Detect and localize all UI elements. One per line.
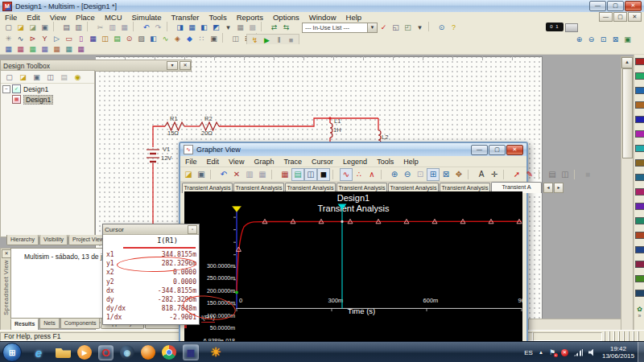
agilent-scope-icon[interactable] — [635, 290, 644, 297]
menu-item[interactable]: MCU — [100, 13, 127, 22]
start-button[interactable]: ⊞ — [2, 343, 22, 362]
close-file-icon[interactable]: ◫ — [43, 72, 57, 83]
inductor-l1[interactable] — [330, 123, 332, 138]
transfer-back-icon[interactable]: ⇆ — [280, 22, 292, 33]
show-legend-icon[interactable]: ◫ — [304, 168, 317, 181]
properties-icon[interactable]: ▤ — [291, 168, 304, 181]
menu-item[interactable]: Simulate — [127, 13, 167, 22]
four-channel-scope-icon[interactable] — [635, 116, 644, 123]
place-analog-icon[interactable]: ▷ — [51, 33, 63, 44]
grapher-menu-item[interactable]: Tools — [372, 158, 398, 166]
annotate-shape-icon[interactable]: ✎ — [523, 168, 536, 181]
new-file-icon[interactable]: ▢ — [2, 72, 16, 83]
scroll-thumb[interactable] — [622, 68, 633, 158]
panel-close-button[interactable]: ✕ — [180, 61, 191, 70]
place-mcu-icon[interactable]: ▣ — [208, 33, 220, 44]
open-icon[interactable]: ◪ — [14, 22, 27, 33]
menu-item[interactable]: Place — [71, 13, 100, 22]
grapher-maximize-button[interactable]: ▢ — [489, 145, 506, 155]
menu-item[interactable]: Transfer — [166, 13, 204, 22]
open-sample-icon[interactable]: ◪ — [27, 22, 39, 33]
grapher-minimize-button[interactable]: — — [471, 145, 488, 155]
trace-i-r1[interactable] — [237, 221, 522, 292]
add-text-icon[interactable]: A — [475, 168, 488, 181]
help-icon[interactable]: ? — [448, 22, 460, 33]
place-transistor-icon[interactable]: Y — [39, 33, 51, 44]
new-icon[interactable]: ▢ — [2, 22, 14, 33]
toggle-spreadsheet-icon[interactable]: ▦ — [186, 22, 198, 33]
new-page-icon[interactable]: ▤ — [546, 168, 559, 181]
grapher-menu-item[interactable]: Legend — [338, 158, 372, 166]
mdi-restore-button[interactable]: ▢ — [613, 12, 627, 22]
view-caret-icon[interactable]: ▾ — [222, 22, 234, 33]
zoom-cursor-icon[interactable]: ⊞ — [427, 168, 440, 181]
black-background-icon[interactable]: ◼ — [317, 168, 330, 181]
scroll-up-button[interactable]: ▲ — [621, 57, 633, 68]
logic-analyzer-icon[interactable] — [635, 174, 644, 181]
tab-scroll-left-button[interactable]: ◂ — [543, 183, 553, 193]
copy-page-icon[interactable]: ◫ — [559, 168, 572, 181]
main-title-bar[interactable]: M Design1 - Multisim - [Design1 *] — ▢ ✕ — [0, 0, 644, 13]
delete-icon[interactable]: ✕ — [230, 168, 243, 181]
undo-icon[interactable]: ↶ — [140, 22, 152, 33]
agilent-multimeter-icon[interactable] — [635, 275, 644, 282]
horizontal-scrollbar[interactable] — [528, 319, 621, 330]
place-basic-icon[interactable]: ∿ — [14, 33, 27, 44]
save-icon[interactable]: ▣ — [195, 168, 208, 181]
mdi-minimize-button[interactable]: — — [599, 12, 613, 22]
place-misc-icon[interactable]: ▨ — [135, 33, 147, 44]
panel-pin-button[interactable]: ▾ — [167, 61, 178, 70]
tab-hierarchy[interactable]: Hierarchy — [6, 235, 39, 245]
tab-scroll-right-button[interactable]: ▸ — [554, 183, 564, 193]
grapher-menu-item[interactable]: Graph — [249, 158, 279, 166]
cursor-1-flag[interactable] — [233, 207, 242, 212]
tree-collapse-icon[interactable]: − — [2, 85, 10, 93]
virtual-analog-family-icon[interactable]: ▦ — [51, 43, 63, 55]
media-player-icon[interactable]: ▶ — [77, 345, 92, 360]
cursor-2-flag[interactable] — [338, 204, 347, 210]
overlay-traces-icon[interactable]: ∴ — [353, 168, 365, 181]
capture-caret-icon[interactable]: ▾ — [414, 22, 426, 33]
menu-item[interactable]: Help — [341, 13, 367, 22]
copy-icon[interactable]: ▥ — [243, 168, 256, 181]
grid-properties-icon[interactable]: ▩ — [246, 22, 258, 33]
internet-explorer-icon[interactable]: e — [28, 343, 49, 361]
grapher-menu-item[interactable]: Cursor — [307, 158, 338, 166]
place-hierarchical-icon[interactable]: ◫ — [229, 33, 242, 44]
toggle-graph-icon[interactable]: ◩ — [210, 22, 222, 33]
simulation-switch[interactable]: 0 1 — [546, 23, 578, 32]
clock[interactable]: 19:42 13/06/2015 — [602, 345, 634, 360]
menu-item[interactable]: View — [45, 13, 71, 22]
save-file-icon[interactable]: ▣ — [30, 72, 43, 83]
cursor-window-title-bar[interactable]: Cursor ▫ — [103, 224, 199, 235]
delete-icon[interactable]: ▤ — [57, 72, 71, 83]
multisim-taskbar-icon[interactable]: ▦ — [183, 344, 199, 360]
logic-converter-icon[interactable] — [635, 188, 644, 195]
menu-item[interactable]: Tools — [204, 13, 232, 22]
place-cmos-icon[interactable]: ▯ — [75, 33, 87, 44]
agilent-fgen-icon[interactable] — [635, 261, 644, 268]
grapher-menu-item[interactable]: Edit — [202, 158, 225, 166]
main-close-button[interactable]: ✕ — [625, 1, 642, 11]
grapher-button-icon[interactable]: ◰ — [402, 22, 414, 33]
iv-analyzer-icon[interactable] — [635, 203, 644, 210]
show-desktop-button[interactable] — [638, 342, 644, 362]
nero-icon[interactable] — [141, 345, 155, 360]
transfer-ultiboard-icon[interactable]: ⇄ — [268, 22, 280, 33]
tree-node-sheet[interactable]: ▦ Design1 — [1, 94, 94, 105]
grapher-menu-item[interactable]: View — [224, 158, 249, 166]
save-icon[interactable]: ▣ — [39, 22, 51, 33]
virtual-rated-family-icon[interactable]: ▦ — [75, 43, 87, 55]
settings-icon[interactable]: ◉ — [71, 72, 85, 83]
zoom-out-icon[interactable]: ⊖ — [401, 168, 414, 181]
tab-components[interactable]: Components — [60, 319, 101, 329]
open-file-icon[interactable]: ◪ — [16, 72, 30, 83]
place-source-icon[interactable]: ✳ — [2, 33, 14, 44]
grid-icon[interactable]: ▦ — [234, 22, 246, 33]
print-preview-icon[interactable]: ▥ — [72, 22, 85, 33]
virtual-diode-family-icon[interactable]: ▦ — [27, 43, 39, 55]
place-misc-digital-icon[interactable]: ▦ — [87, 33, 99, 44]
zoom-fit-icon[interactable]: ⊠ — [609, 34, 621, 45]
pan-hand-icon[interactable]: ✥ — [452, 168, 465, 181]
erc-icon[interactable]: ✓ — [378, 22, 390, 33]
